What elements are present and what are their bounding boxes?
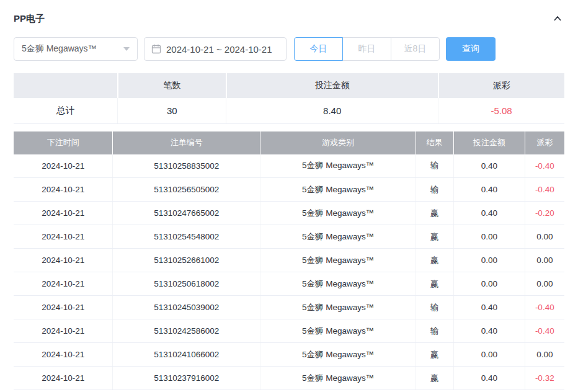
cell-result: 赢 <box>416 249 453 272</box>
cell-bet-time: 2024-10-21 <box>14 178 113 202</box>
table-row: 2024-10-21513102410660025金狮 Megaways™赢0.… <box>14 343 564 367</box>
cell-game-type: 5金狮 Megaways™ <box>260 225 416 249</box>
table-row: 2024-10-21513102450390025金狮 Megaways™输0.… <box>14 296 564 319</box>
summary-header-count: 笔数 <box>118 73 226 98</box>
bet-table-body: 2024-10-21513102588350025金狮 Megaways™输0.… <box>14 154 564 390</box>
summary-total-row: 总计 30 8.40 -5.08 <box>14 98 564 123</box>
cell-game-type: 5金狮 Megaways™ <box>260 296 416 319</box>
quick-filter-yesterday[interactable]: 昨日 <box>342 37 391 61</box>
header-order-id: 注单编号 <box>113 131 260 154</box>
cell-payout: -0.40 <box>525 178 564 202</box>
cell-order-id: 51310256505002 <box>113 178 260 202</box>
cell-bet-amount: 0.40 <box>454 367 525 390</box>
cell-bet-time: 2024-10-21 <box>14 367 113 390</box>
summary-bet-amount-value: 8.40 <box>226 98 438 123</box>
cell-bet-amount: 0.40 <box>454 178 525 202</box>
table-row: 2024-10-21513102506180025金狮 Megaways™赢0.… <box>14 272 564 296</box>
search-button[interactable]: 查询 <box>446 37 496 61</box>
cell-bet-amount: 0.00 <box>454 225 525 249</box>
cell-result: 输 <box>416 296 453 319</box>
table-row: 2024-10-21513102545480025金狮 Megaways™赢0.… <box>14 225 564 249</box>
cell-payout: 0.00 <box>525 249 564 272</box>
collapse-chevron-up-icon[interactable] <box>551 12 564 25</box>
date-range-value: 2024-10-21 ~ 2024-10-21 <box>166 44 272 55</box>
summary-payout-value: -5.08 <box>438 98 564 123</box>
cell-bet-amount: 0.00 <box>454 343 525 367</box>
quick-filter-today[interactable]: 今日 <box>294 37 343 61</box>
summary-header-empty <box>14 73 118 98</box>
cell-order-id: 51310252661002 <box>113 249 260 272</box>
cell-order-id: 51310247665002 <box>113 202 260 225</box>
cell-payout: -0.40 <box>525 319 564 343</box>
cell-result: 赢 <box>416 343 453 367</box>
header-game-type: 游戏类别 <box>260 131 416 154</box>
cell-bet-amount: 0.00 <box>454 249 525 272</box>
cell-game-type: 5金狮 Megaways™ <box>260 343 416 367</box>
table-row: 2024-10-21513102588350025金狮 Megaways™输0.… <box>14 154 564 178</box>
table-row: 2024-10-21513102379160025金狮 Megaways™赢0.… <box>14 367 564 390</box>
cell-bet-amount: 0.40 <box>454 296 525 319</box>
cell-game-type: 5金狮 Megaways™ <box>260 178 416 202</box>
cell-game-type: 5金狮 Megaways™ <box>260 367 416 390</box>
panel-header: PP电子 <box>14 10 564 27</box>
game-select-value: 5金狮 Megaways™ <box>22 43 97 55</box>
cell-bet-time: 2024-10-21 <box>14 343 113 367</box>
cell-bet-time: 2024-10-21 <box>14 319 113 343</box>
table-row: 2024-10-21513102526610025金狮 Megaways™赢0.… <box>14 249 564 272</box>
header-bet-amount: 投注金额 <box>454 131 525 154</box>
cell-result: 输 <box>416 178 453 202</box>
header-bet-time: 下注时间 <box>14 131 113 154</box>
cell-bet-amount: 0.40 <box>454 319 525 343</box>
table-row: 2024-10-21513102476650025金狮 Megaways™赢0.… <box>14 202 564 225</box>
cell-result: 赢 <box>416 272 453 296</box>
chevron-down-icon <box>123 47 130 51</box>
table-row: 2024-10-21513102425860025金狮 Megaways™输0.… <box>14 319 564 343</box>
cell-payout: -0.40 <box>525 154 564 178</box>
cell-payout: 0.00 <box>525 225 564 249</box>
summary-header-payout: 派彩 <box>438 73 564 98</box>
cell-game-type: 5金狮 Megaways™ <box>260 272 416 296</box>
cell-result: 输 <box>416 154 453 178</box>
cell-bet-time: 2024-10-21 <box>14 225 113 249</box>
cell-payout: -0.20 <box>525 202 564 225</box>
cell-game-type: 5金狮 Megaways™ <box>260 154 416 178</box>
table-row: 2024-10-21513102565050025金狮 Megaways™输0.… <box>14 178 564 202</box>
cell-bet-amount: 0.40 <box>454 154 525 178</box>
cell-result: 赢 <box>416 225 453 249</box>
cell-result: 赢 <box>416 367 453 390</box>
summary-table: 笔数 投注金额 派彩 总计 30 8.40 -5.08 <box>14 73 564 124</box>
header-result: 结果 <box>416 131 453 154</box>
cell-order-id: 51310241066002 <box>113 343 260 367</box>
cell-bet-amount: 0.00 <box>454 272 525 296</box>
cell-order-id: 51310254548002 <box>113 225 260 249</box>
summary-total-label: 总计 <box>14 98 118 123</box>
calendar-icon <box>151 44 161 54</box>
cell-game-type: 5金狮 Megaways™ <box>260 319 416 343</box>
date-range-input[interactable]: 2024-10-21 ~ 2024-10-21 <box>144 37 287 61</box>
cell-order-id: 51310237916002 <box>113 367 260 390</box>
cell-bet-amount: 0.40 <box>454 202 525 225</box>
cell-payout: -0.40 <box>525 296 564 319</box>
cell-payout: -0.32 <box>525 367 564 390</box>
summary-header-bet-amount: 投注金额 <box>226 73 438 98</box>
cell-payout: 0.00 <box>525 272 564 296</box>
cell-order-id: 51310245039002 <box>113 296 260 319</box>
cell-order-id: 51310258835002 <box>113 154 260 178</box>
cell-game-type: 5金狮 Megaways™ <box>260 202 416 225</box>
cell-game-type: 5金狮 Megaways™ <box>260 249 416 272</box>
game-select[interactable]: 5金狮 Megaways™ <box>14 37 138 61</box>
panel-title: PP电子 <box>14 13 45 25</box>
cell-bet-time: 2024-10-21 <box>14 154 113 178</box>
bet-records-table: 下注时间 注单编号 游戏类别 结果 投注金额 派彩 2024-10-215131… <box>14 131 564 391</box>
cell-result: 赢 <box>416 202 453 225</box>
cell-result: 输 <box>416 319 453 343</box>
filter-bar: 5金狮 Megaways™ 2024-10-21 ~ 2024-10-21 今日… <box>14 37 564 61</box>
cell-payout: 0.00 <box>525 343 564 367</box>
cell-bet-time: 2024-10-21 <box>14 202 113 225</box>
quick-filter-last8days[interactable]: 近8日 <box>391 37 440 61</box>
header-payout: 派彩 <box>525 131 564 154</box>
summary-count-value: 30 <box>118 98 226 123</box>
cell-bet-time: 2024-10-21 <box>14 249 113 272</box>
cell-order-id: 51310242586002 <box>113 319 260 343</box>
cell-bet-time: 2024-10-21 <box>14 296 113 319</box>
